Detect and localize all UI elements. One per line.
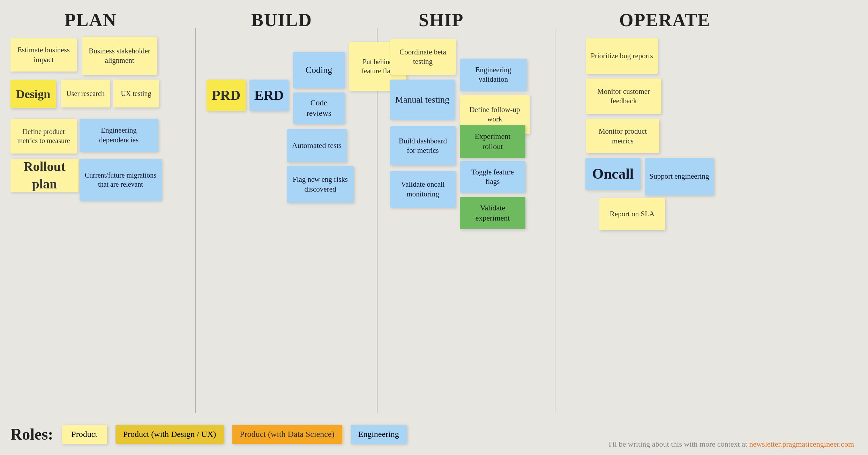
- note-monitor-customer-feedback: Monitor customer feedback: [586, 79, 661, 114]
- note-build-dashboard: Build dashboard for metrics: [390, 126, 456, 165]
- note-code-reviews: Code reviews: [293, 92, 345, 124]
- note-coding: Coding: [293, 52, 345, 88]
- legend-product-design: Product (with Design / UX): [115, 425, 224, 444]
- note-coordinate-beta: Coordinate beta testing: [390, 39, 456, 75]
- note-business-stakeholder: Business stakeholder alignment: [82, 37, 157, 75]
- footer-text: I'll be writing about this with more con…: [609, 440, 749, 448]
- note-design: Design: [10, 80, 56, 108]
- note-report-sla: Report on SLA: [599, 198, 665, 230]
- phase-plan-heading: Plan: [65, 10, 117, 30]
- note-prd: PRD: [207, 80, 246, 111]
- roles-label: Roles:: [10, 425, 53, 443]
- note-estimate-business-impact: Estimate business impact: [10, 38, 77, 72]
- note-define-product-metrics: Define product metrics to measure: [10, 119, 77, 154]
- legend: Roles: Product Product (with Design / UX…: [10, 425, 407, 444]
- main-container: Plan Build Ship Operate Estimate busines…: [0, 0, 868, 455]
- legend-product: Product: [62, 425, 107, 444]
- divider-3: [555, 28, 555, 413]
- footer-link[interactable]: newsletter.pragmaticengineer.com: [749, 440, 854, 448]
- note-flag-eng-risks: Flag new eng risks discovered: [287, 166, 354, 203]
- note-ux-testing: UX testing: [113, 80, 159, 107]
- phase-operate-heading: Operate: [619, 10, 711, 30]
- divider-1: [195, 28, 196, 413]
- note-experiment-rollout: Experiment rollout: [460, 125, 525, 158]
- legend-engineering: Engineering: [351, 425, 407, 444]
- note-oncall: Oncall: [585, 158, 641, 190]
- note-manual-testing: Manual testing: [390, 80, 455, 120]
- note-user-research: User research: [61, 80, 110, 107]
- note-migrations: Current/future migrations that are relev…: [80, 159, 162, 201]
- note-automated-tests: Automated tests: [287, 129, 347, 162]
- note-prioritize-bugs: Prioritize bug reports: [586, 38, 658, 74]
- legend-product-datascience: Product (with Data Science): [232, 425, 342, 444]
- note-validate-oncall: Validate oncall monitoring: [390, 171, 456, 208]
- note-engineering-validation: Engineering validation: [460, 59, 527, 91]
- note-support-engineering: Support engineering: [645, 158, 714, 195]
- note-toggle-feature-flags: Toggle feature flags: [460, 161, 525, 193]
- note-engineering-dependencies: Engineering dependencies: [80, 119, 158, 152]
- phase-ship-heading: Ship: [419, 10, 464, 30]
- note-monitor-product-metrics: Monitor product metrics: [586, 119, 659, 153]
- note-validate-experiment: Validate experiment: [460, 197, 525, 229]
- footer: I'll be writing about this with more con…: [609, 440, 854, 449]
- note-erd: ERD: [249, 80, 289, 111]
- note-rollout-plan: Rollout plan: [10, 159, 78, 192]
- phase-build-heading: Build: [251, 10, 312, 30]
